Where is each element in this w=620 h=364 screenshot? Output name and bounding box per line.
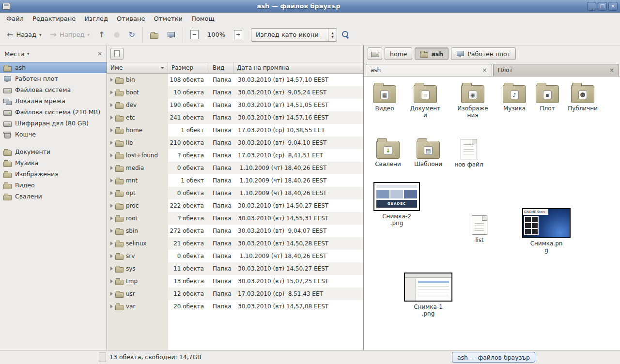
back-history-dropdown-icon[interactable]: ▾ xyxy=(39,32,42,37)
sidebar-item[interactable]: Свалени xyxy=(0,191,107,202)
table-row[interactable]: etc 241 обекта Папка 30.03.2010 (вт) 14,… xyxy=(107,111,363,124)
table-row[interactable]: bin 108 обекта Папка 30.03.2010 (вт) 14,… xyxy=(107,74,363,86)
expander-icon[interactable] xyxy=(110,153,113,157)
table-row[interactable]: var 20 обекта Папка 30.03.2010 (вт) 14,5… xyxy=(107,300,363,313)
root-crumb-button[interactable] xyxy=(368,47,382,60)
expander-icon[interactable] xyxy=(110,254,113,258)
table-row[interactable]: media 0 обекта Папка 1.10.2009 (чт) 18,4… xyxy=(107,162,363,174)
titlebar[interactable]: ash — файлов браузър _ □ × xyxy=(0,0,620,13)
table-row[interactable]: selinux 21 обекта Папка 30.03.2010 (вт) … xyxy=(107,237,363,250)
sidebar-item[interactable]: Локална мрежа xyxy=(0,95,107,106)
reload-button[interactable]: ↻ xyxy=(124,27,139,43)
view-mode-select[interactable]: Изглед като икони ▲▼ xyxy=(251,28,337,42)
expander-icon[interactable] xyxy=(110,229,113,233)
menu-item[interactable]: Отметки xyxy=(149,14,186,23)
expander-icon[interactable] xyxy=(110,91,113,94)
menu-item[interactable]: Файл xyxy=(2,14,28,23)
zoom-out-button[interactable]: − xyxy=(186,27,202,43)
computer-button[interactable] xyxy=(163,27,179,43)
expander-icon[interactable] xyxy=(110,242,113,245)
sidebar-item[interactable]: Шифриран дял (80 GB) xyxy=(0,118,107,129)
minimize-button[interactable]: _ xyxy=(587,2,596,11)
expander-icon[interactable] xyxy=(110,166,113,170)
expander-icon[interactable] xyxy=(110,204,113,208)
up-button[interactable]: ↑ xyxy=(94,27,108,43)
expander-icon[interactable] xyxy=(110,179,113,182)
icon-item-new-file[interactable]: нов файл xyxy=(451,138,487,168)
taskbar-window-button[interactable]: ash — файлов браузър xyxy=(452,352,535,363)
sidebar-item[interactable]: Видео xyxy=(0,180,107,191)
table-row[interactable]: lost+found ? обекта Папка 17.03.2010 (ср… xyxy=(107,149,363,162)
close-button[interactable]: × xyxy=(608,2,618,11)
expander-icon[interactable] xyxy=(110,128,113,132)
zoom-in-button[interactable]: + xyxy=(230,27,246,43)
breadcrumb-desktop[interactable]: Работен плот xyxy=(451,47,516,60)
tab-close-icon[interactable]: × xyxy=(482,67,487,74)
back-button[interactable]: ← Назад ▾ xyxy=(3,27,46,43)
menu-item[interactable]: Отиване xyxy=(112,14,149,23)
sidebar-item[interactable]: Документи xyxy=(0,146,107,157)
icon-item-public[interactable]: ☻ Публични xyxy=(565,82,601,112)
icon-item-templates[interactable]: ▤ Шаблони xyxy=(410,138,446,167)
icon-item-images[interactable]: ◉ Изображения xyxy=(455,82,491,119)
home-button[interactable] xyxy=(146,27,162,43)
expander-icon[interactable] xyxy=(110,304,113,308)
icon-item-snimka1[interactable]: Снимка-1.png xyxy=(402,273,455,318)
sidebar-item[interactable]: Музика xyxy=(0,157,107,168)
expander-icon[interactable] xyxy=(110,191,113,195)
maximize-button[interactable]: □ xyxy=(598,2,607,11)
sidebar-item[interactable]: Файлова система xyxy=(0,84,107,95)
sidebar-item[interactable]: Изображения xyxy=(0,168,107,180)
expander-icon[interactable] xyxy=(110,141,113,145)
expander-icon[interactable] xyxy=(110,78,113,82)
expander-icon[interactable] xyxy=(110,292,113,296)
icon-item-snimka2[interactable]: GUADEC Снимка-2.png xyxy=(370,182,423,227)
sidebar-item[interactable]: Работен плот xyxy=(0,73,107,84)
menu-item[interactable]: Редактиране xyxy=(28,14,80,23)
table-row[interactable]: sys 11 обекта Папка 30.03.2010 (вт) 14,5… xyxy=(107,262,363,275)
sidebar-item[interactable]: Файлова система (210 MB) xyxy=(0,106,107,118)
sidebar-mode-dropdown-icon[interactable]: ▾ xyxy=(27,51,30,56)
menu-item[interactable]: Изглед xyxy=(80,14,112,23)
forward-button[interactable]: → Напред ▾ xyxy=(46,27,93,43)
location-button[interactable] xyxy=(110,48,124,60)
sidebar-item[interactable]: ash xyxy=(0,62,107,73)
expander-icon[interactable] xyxy=(110,116,113,120)
table-row[interactable]: dev 190 обекта Папка 30.03.2010 (вт) 14,… xyxy=(107,99,363,111)
table-row[interactable]: mnt 1 обект Папка 1.10.2009 (чт) 18,40,2… xyxy=(107,174,363,187)
expander-icon[interactable] xyxy=(110,216,113,220)
column-header-date[interactable]: Дата на промяна xyxy=(233,62,363,74)
view-mode-spinner-icon[interactable]: ▲▼ xyxy=(328,29,337,41)
stop-button[interactable]: ● xyxy=(109,27,124,43)
expander-icon[interactable] xyxy=(110,267,113,271)
icon-item-documents[interactable]: ≡ Документи xyxy=(407,82,443,119)
tab-ash[interactable]: ash × xyxy=(366,64,492,76)
table-row[interactable]: tmp 13 обекта Папка 30.03.2010 (вт) 15,0… xyxy=(107,275,363,288)
expander-icon[interactable] xyxy=(110,103,113,107)
table-row[interactable]: boot 10 обекта Папка 30.03.2010 (вт) 9,0… xyxy=(107,86,363,99)
search-button[interactable] xyxy=(338,27,353,43)
table-row[interactable]: lib 210 обекта Папка 30.03.2010 (вт) 9,0… xyxy=(107,136,363,149)
sidebar-item[interactable]: Кошче xyxy=(0,129,107,140)
icon-item-music[interactable]: ♪ Музика xyxy=(496,82,532,112)
breadcrumb-ash[interactable]: ash xyxy=(415,47,449,60)
column-header-size[interactable]: Размер xyxy=(168,62,209,74)
table-row[interactable]: proc 222 обекта Папка 30.03.2010 (вт) 14… xyxy=(107,199,363,212)
expander-icon[interactable] xyxy=(110,279,113,283)
breadcrumb-home[interactable]: home xyxy=(385,47,412,60)
sidebar-title[interactable]: Места xyxy=(4,50,25,58)
icon-item-downloads[interactable]: ↓ Свалени xyxy=(370,138,406,167)
table-row[interactable]: srv 0 обекта Папка 1.10.2009 (чт) 18,40,… xyxy=(107,250,363,262)
table-row[interactable]: root ? обекта Папка 30.03.2010 (вт) 14,5… xyxy=(107,212,363,225)
table-row[interactable]: home 1 обект Папка 17.03.2010 (ср) 10,38… xyxy=(107,124,363,136)
icon-item-desktop[interactable]: ▪ Плот xyxy=(529,82,565,112)
table-row[interactable]: sbin 272 обекта Папка 30.03.2010 (вт) 9,… xyxy=(107,225,363,237)
column-header-kind[interactable]: Вид xyxy=(209,62,233,74)
icon-item-snimka[interactable]: GNOME Store Снимка.png xyxy=(520,208,573,254)
icon-item-video[interactable]: ▦ Видео xyxy=(367,82,403,112)
tab-close-icon[interactable]: × xyxy=(609,67,614,74)
table-row[interactable]: usr 12 обекта Папка 17.03.2010 (ср) 8,51… xyxy=(107,288,363,300)
column-header-name[interactable]: Име xyxy=(107,62,168,74)
icon-item-list[interactable]: list xyxy=(462,214,497,243)
tab-plot[interactable]: Плот × xyxy=(493,64,620,76)
